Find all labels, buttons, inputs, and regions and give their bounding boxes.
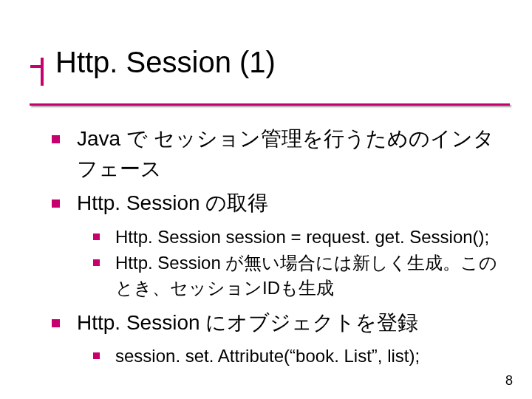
bullet-l2: Http. Session session = request. get. Se… xyxy=(93,225,510,250)
bullet-l1: Http. Session にオブジェクトを登録 session. set. A… xyxy=(52,308,510,369)
bullet-text: Java で セッション管理を行うためのインタフェース xyxy=(77,127,494,180)
slide-title: Http. Session (1) xyxy=(41,44,532,80)
title-accent-icon xyxy=(41,58,44,86)
slide: Http. Session (1) Java で セッション管理を行うためのイン… xyxy=(0,0,532,399)
page-number: 8 xyxy=(505,373,513,389)
bullet-l2: Http. Session が無い場合には新しく生成。このとき、セッションIDも… xyxy=(93,250,510,300)
title-underline xyxy=(30,103,510,106)
title-wrap: Http. Session (1) xyxy=(41,44,532,98)
bullet-text: Http. Session の取得 xyxy=(77,191,268,214)
bullet-l1: Java で セッション管理を行うためのインタフェース xyxy=(52,124,510,184)
bullet-text: session. set. Attribute(“book. List”, li… xyxy=(115,346,420,366)
bullet-text: Http. Session session = request. get. Se… xyxy=(115,227,489,247)
bullet-text: Http. Session が無い場合には新しく生成。このとき、セッションIDも… xyxy=(115,253,497,298)
bullet-l2: session. set. Attribute(“book. List”, li… xyxy=(93,344,510,369)
slide-content: Java で セッション管理を行うためのインタフェース Http. Sessio… xyxy=(52,124,510,369)
bullet-text: Http. Session にオブジェクトを登録 xyxy=(77,311,418,334)
bullet-l1: Http. Session の取得 Http. Session session … xyxy=(52,188,510,300)
